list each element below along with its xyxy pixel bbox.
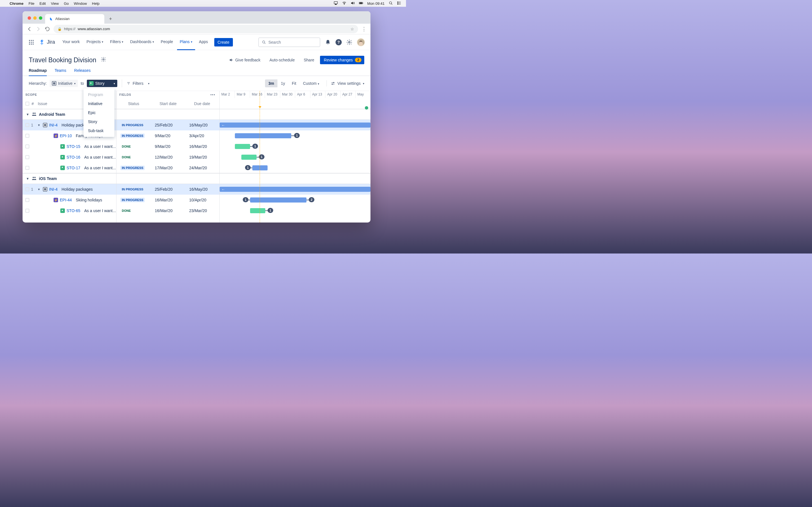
dependency-badge[interactable]: 1 — [294, 133, 300, 138]
jira-logo[interactable]: Jira — [39, 39, 55, 46]
dropdown-item-subtask[interactable]: Sub-task — [84, 126, 114, 135]
issue-row[interactable]: STO-15 As a user I want... — [22, 141, 116, 152]
nav-your-work[interactable]: Your work — [59, 34, 83, 50]
row-checkbox[interactable] — [26, 166, 29, 170]
timeline-bar[interactable] — [250, 208, 265, 213]
dependency-badge[interactable]: 1 — [252, 144, 258, 149]
reload-button[interactable] — [45, 26, 50, 32]
issue-row[interactable]: STO-65 As a user I want... — [22, 205, 116, 216]
team-row-ios[interactable]: ▾ iOS Team — [22, 173, 116, 184]
issue-key[interactable]: EPI-10 — [60, 133, 72, 138]
nav-filters[interactable]: Filters▾ — [107, 34, 126, 50]
zoom-custom[interactable]: Custom ▾ — [300, 79, 322, 87]
status-badge[interactable]: DONE — [120, 209, 132, 213]
issue-row[interactable]: 1 ▾ INI-4 Holiday packages — [22, 184, 116, 194]
dropdown-item-epic[interactable]: Epic — [84, 108, 114, 117]
start-date-cell[interactable]: 12/Mar/20 — [151, 155, 185, 159]
start-date-cell[interactable]: 25/Feb/20 — [151, 123, 185, 127]
zoom-3m[interactable]: 3m — [265, 79, 277, 87]
review-changes-button[interactable]: Review changes 2 — [320, 56, 364, 64]
status-badge[interactable]: DONE — [120, 144, 132, 149]
volume-icon[interactable] — [350, 1, 355, 6]
issue-key[interactable]: INI-4 — [49, 123, 57, 127]
menu-window[interactable]: Window — [74, 1, 87, 6]
browser-menu-button[interactable]: ⋮ — [361, 26, 366, 32]
hierarchy-from-select[interactable]: Initiative ▾ — [50, 80, 78, 87]
menubar-clock[interactable]: Mon 09:41 — [367, 1, 385, 6]
expand-icon[interactable]: ▾ — [37, 187, 41, 191]
dependency-badge[interactable]: 2 — [309, 197, 314, 202]
zoom-1y[interactable]: 1y — [277, 79, 289, 87]
row-checkbox[interactable] — [26, 198, 29, 202]
timeline-bar[interactable] — [235, 144, 250, 149]
plan-settings-icon[interactable] — [101, 57, 106, 63]
app-switcher-icon[interactable] — [28, 39, 35, 45]
battery-icon[interactable] — [359, 1, 363, 6]
menu-edit[interactable]: Edit — [40, 1, 46, 6]
start-date-cell[interactable]: 9/Mar/20 — [151, 133, 185, 138]
row-checkbox[interactable] — [26, 187, 29, 191]
row-checkbox[interactable] — [26, 209, 29, 213]
give-feedback-button[interactable]: Give feedback — [225, 56, 264, 64]
menubar-app-name[interactable]: Chrome — [10, 1, 23, 6]
expand-icon[interactable]: ▾ — [26, 112, 30, 116]
zoom-fit[interactable]: Fit — [289, 79, 300, 87]
nav-plans[interactable]: Plans▾ — [177, 34, 195, 50]
nav-apps[interactable]: Apps — [196, 34, 211, 50]
status-badge[interactable]: IN PROGRESS — [120, 133, 145, 138]
row-checkbox[interactable] — [26, 123, 29, 127]
help-icon[interactable]: ? — [336, 39, 342, 45]
status-badge[interactable]: DONE — [120, 155, 132, 159]
tab-releases[interactable]: Releases — [74, 68, 91, 75]
tab-teams[interactable]: Teams — [55, 68, 66, 75]
issue-row[interactable]: STO-17 As a user I want... — [22, 163, 116, 173]
due-date-cell[interactable]: 24/Mar/20 — [185, 166, 219, 170]
menu-go[interactable]: Go — [64, 1, 68, 6]
forward-button[interactable] — [36, 26, 41, 32]
due-date-cell[interactable]: 3/Apr/20 — [185, 133, 219, 138]
start-date-cell[interactable]: 16/Mar/20 — [151, 198, 185, 202]
dropdown-item-initiative[interactable]: Initiative — [84, 99, 114, 108]
expand-icon[interactable]: ▾ — [26, 177, 30, 180]
start-date-cell[interactable]: 16/Mar/20 — [151, 209, 185, 213]
due-date-cell[interactable]: 23/Mar/20 — [185, 209, 219, 213]
issue-row[interactable]: STO-16 As a user I want... — [22, 152, 116, 163]
settings-gear-icon[interactable] — [346, 39, 353, 46]
start-date-cell[interactable]: 9/Mar/20 — [151, 144, 185, 149]
new-tab-button[interactable]: + — [107, 15, 114, 23]
url-input[interactable]: 🔒 https://www.atlassian.com ☆ — [54, 25, 358, 33]
bookmark-star-icon[interactable]: ☆ — [350, 27, 354, 31]
timeline-bar[interactable] — [235, 133, 291, 138]
notifications-icon[interactable] — [324, 39, 332, 46]
search-input[interactable]: Search — [258, 38, 320, 47]
auto-schedule-button[interactable]: Auto-schedule — [266, 56, 298, 64]
nav-people[interactable]: People — [158, 34, 176, 50]
menu-file[interactable]: File — [29, 1, 35, 6]
status-badge[interactable]: IN PROGRESS — [120, 187, 145, 191]
due-date-cell[interactable]: 10/Apr/20 — [185, 198, 219, 202]
dropdown-item-story[interactable]: Story — [84, 117, 114, 126]
issue-key[interactable]: STO-16 — [66, 155, 80, 159]
nav-projects[interactable]: Projects▾ — [84, 34, 106, 50]
timeline-bar[interactable] — [252, 165, 267, 170]
nav-dashboards[interactable]: Dashboards▾ — [127, 34, 157, 50]
status-badge[interactable]: IN PROGRESS — [120, 123, 145, 127]
timeline-bar[interactable] — [250, 198, 306, 203]
row-checkbox[interactable] — [26, 134, 29, 138]
timeline-bar[interactable]: ← — [220, 187, 370, 192]
menu-view[interactable]: View — [51, 1, 59, 6]
due-date-cell[interactable]: 19/Mar/20 — [185, 155, 219, 159]
share-button[interactable]: Share — [300, 56, 317, 64]
select-all-checkbox[interactable] — [26, 102, 29, 106]
timeline-bar[interactable]: ← — [220, 122, 370, 128]
hierarchy-to-select[interactable]: Story ▾ — [87, 80, 117, 87]
expand-icon[interactable]: ▾ — [37, 123, 41, 127]
issue-key[interactable]: STO-65 — [66, 209, 80, 213]
fields-more-button[interactable]: ••• — [210, 93, 215, 96]
tab-roadmap[interactable]: Roadmap — [29, 68, 47, 76]
row-checkbox[interactable] — [26, 155, 29, 159]
issue-key[interactable]: EPI-44 — [60, 198, 72, 202]
dependency-badge[interactable]: 1 — [267, 208, 273, 213]
due-date-cell[interactable]: 16/May/20 — [185, 187, 219, 191]
back-button[interactable] — [27, 26, 32, 32]
